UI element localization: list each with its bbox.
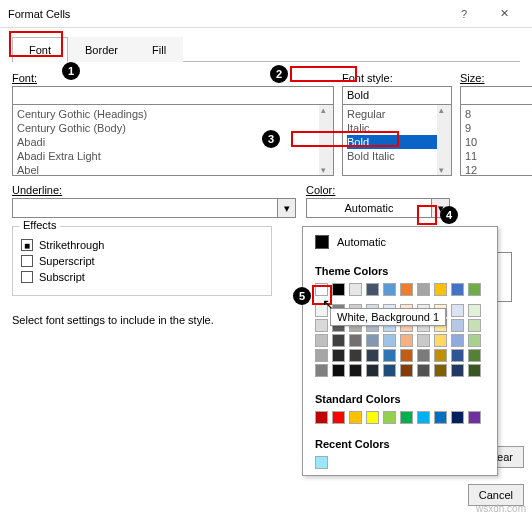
color-swatch[interactable] — [315, 304, 328, 317]
color-swatch[interactable] — [383, 334, 396, 347]
color-swatch[interactable] — [434, 334, 447, 347]
color-swatch[interactable] — [349, 334, 362, 347]
list-item[interactable]: 11 — [465, 149, 532, 163]
list-item[interactable]: 10 — [465, 135, 532, 149]
color-swatch[interactable] — [366, 364, 379, 377]
color-swatch[interactable] — [434, 411, 447, 424]
color-swatch[interactable] — [383, 349, 396, 362]
recent-colors-header: Recent Colors — [303, 430, 497, 454]
color-swatch[interactable] — [451, 411, 464, 424]
color-swatch[interactable] — [315, 319, 328, 332]
scrollbar[interactable] — [319, 105, 333, 175]
color-swatch[interactable] — [383, 364, 396, 377]
list-item[interactable]: Abel — [17, 163, 329, 176]
watermark: wsxdn.com — [476, 503, 526, 514]
list-item[interactable]: 12 — [465, 163, 532, 176]
color-swatch[interactable] — [383, 283, 396, 296]
color-swatch[interactable] — [451, 364, 464, 377]
color-swatch[interactable] — [315, 283, 328, 296]
color-swatch[interactable] — [366, 283, 379, 296]
color-dropdown: Automatic Theme Colors Standard Colors R… — [302, 226, 498, 476]
color-swatch[interactable] — [366, 411, 379, 424]
tab-border[interactable]: Border — [68, 37, 135, 62]
color-swatch[interactable] — [349, 364, 362, 377]
color-swatch[interactable] — [468, 319, 481, 332]
color-swatch[interactable] — [366, 349, 379, 362]
color-swatch[interactable] — [332, 364, 345, 377]
color-swatch[interactable] — [315, 349, 328, 362]
list-item[interactable]: Italic — [347, 121, 447, 135]
color-swatch[interactable] — [349, 283, 362, 296]
color-swatch[interactable] — [400, 283, 413, 296]
superscript-checkbox[interactable]: Superscript — [21, 255, 263, 267]
list-item[interactable]: Regular — [347, 107, 447, 121]
list-item[interactable]: Abadi — [17, 135, 329, 149]
color-swatch[interactable] — [332, 283, 345, 296]
color-swatch[interactable] — [417, 411, 430, 424]
color-swatch[interactable] — [383, 411, 396, 424]
subscript-checkbox[interactable]: Subscript — [21, 271, 263, 283]
help-icon[interactable]: ? — [444, 8, 484, 20]
style-listbox[interactable]: Bold RegularItalicBoldBold Italic — [342, 86, 452, 176]
tab-fill[interactable]: Fill — [135, 37, 183, 62]
strikethrough-checkbox[interactable]: ■ Strikethrough — [21, 239, 263, 251]
color-swatch[interactable] — [468, 411, 481, 424]
list-item[interactable]: Abadi Extra Light — [17, 149, 329, 163]
color-swatch[interactable] — [468, 364, 481, 377]
scrollbar[interactable] — [437, 105, 451, 175]
checkbox-icon: ■ — [21, 239, 33, 251]
color-swatch[interactable] — [315, 456, 328, 469]
color-swatch[interactable] — [451, 304, 464, 317]
list-item[interactable]: Bold — [347, 135, 447, 149]
color-swatch[interactable] — [434, 364, 447, 377]
color-swatch[interactable] — [417, 364, 430, 377]
list-item[interactable]: Century Gothic (Body) — [17, 121, 329, 135]
close-icon[interactable]: ✕ — [484, 7, 524, 20]
style-label: Font style: — [342, 72, 452, 84]
underline-combo[interactable]: ▾ — [12, 198, 296, 218]
color-swatch[interactable] — [400, 334, 413, 347]
color-swatch[interactable] — [417, 349, 430, 362]
size-listbox[interactable]: 8910111214 — [460, 86, 532, 176]
list-item[interactable]: 9 — [465, 121, 532, 135]
chevron-down-icon[interactable]: ▾ — [277, 199, 295, 217]
checkbox-icon — [21, 271, 33, 283]
color-swatch[interactable] — [434, 283, 447, 296]
color-combo[interactable]: Automatic ▾ — [306, 198, 450, 218]
color-swatch[interactable] — [468, 304, 481, 317]
color-swatch[interactable] — [349, 411, 362, 424]
color-swatch[interactable] — [451, 334, 464, 347]
color-swatch[interactable] — [400, 364, 413, 377]
automatic-option[interactable]: Automatic — [303, 227, 497, 257]
color-swatch[interactable] — [451, 319, 464, 332]
color-swatch[interactable] — [434, 349, 447, 362]
underline-label: Underline: — [12, 184, 296, 196]
list-item[interactable]: Bold Italic — [347, 149, 447, 163]
color-swatch[interactable] — [400, 411, 413, 424]
theme-colors-header: Theme Colors — [303, 257, 497, 281]
color-swatch[interactable] — [332, 334, 345, 347]
color-swatch[interactable] — [417, 283, 430, 296]
color-swatch[interactable] — [332, 349, 345, 362]
color-swatch[interactable] — [349, 349, 362, 362]
checkbox-icon — [21, 255, 33, 267]
color-swatch[interactable] — [451, 349, 464, 362]
callout-badge: 3 — [262, 130, 280, 148]
color-swatch[interactable] — [315, 364, 328, 377]
color-swatch[interactable] — [417, 334, 430, 347]
color-swatch[interactable] — [400, 349, 413, 362]
color-swatch[interactable] — [451, 283, 464, 296]
list-item[interactable]: Century Gothic (Headings) — [17, 107, 329, 121]
tab-font[interactable]: Font — [12, 37, 68, 62]
color-swatch[interactable] — [332, 411, 345, 424]
callout-badge: 5 — [293, 287, 311, 305]
color-swatch[interactable] — [315, 334, 328, 347]
color-swatch[interactable] — [468, 334, 481, 347]
color-label: Color: — [306, 184, 450, 196]
color-swatch[interactable] — [468, 349, 481, 362]
color-swatch[interactable] — [366, 334, 379, 347]
font-listbox[interactable]: Century Gothic (Headings)Century Gothic … — [12, 86, 334, 176]
color-swatch[interactable] — [315, 411, 328, 424]
list-item[interactable]: 8 — [465, 107, 532, 121]
color-swatch[interactable] — [468, 283, 481, 296]
